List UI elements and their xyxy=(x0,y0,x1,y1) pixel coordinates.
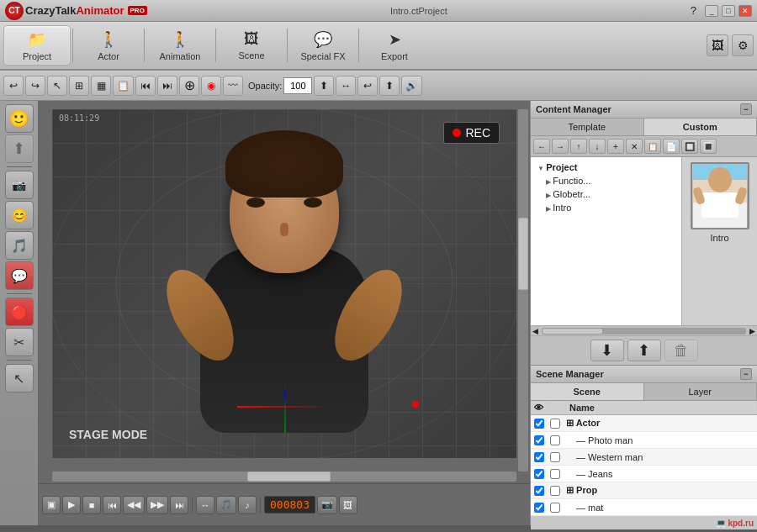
cut-btn[interactable]: ✂ xyxy=(5,328,34,356)
tl-audio-btn[interactable]: ♪ xyxy=(238,496,257,514)
cm-copy-btn[interactable]: 📋 xyxy=(644,139,661,154)
tl-screenshot-btn[interactable]: 🖼 xyxy=(339,496,357,514)
row-visible-check[interactable] xyxy=(531,503,548,513)
undo-button[interactable]: ↩ xyxy=(3,76,24,96)
record-btn[interactable]: 🔴 xyxy=(5,298,34,326)
row-lock-check[interactable] xyxy=(548,419,563,429)
tab-custom[interactable]: Custom xyxy=(644,119,758,135)
record-button[interactable]: ◉ xyxy=(201,76,221,96)
row-visible-check[interactable] xyxy=(531,435,548,445)
tab-scene[interactable]: Scene xyxy=(531,383,644,400)
row-lock-check[interactable] xyxy=(548,452,563,462)
cm-import-btn[interactable]: ⬇ xyxy=(590,340,624,361)
motion-button[interactable]: ⊕ xyxy=(179,76,199,96)
music-btn[interactable]: 🎵 xyxy=(5,231,34,260)
tl-stop-btn[interactable]: ■ xyxy=(82,496,101,514)
cm-down-btn[interactable]: ↓ xyxy=(589,139,606,154)
tl-camera-btn[interactable]: 📷 xyxy=(317,496,337,514)
display-icon[interactable]: ⚙ xyxy=(732,34,754,56)
grid-button[interactable]: ▦ xyxy=(91,76,111,96)
move-up-button[interactable]: ⬆ xyxy=(314,76,334,96)
window-controls: _ □ ✕ xyxy=(705,5,752,17)
tl-loop-btn[interactable]: ↔ xyxy=(196,496,214,514)
row-visible-check[interactable] xyxy=(531,469,548,479)
tab-actor[interactable]: 🚶 Actor xyxy=(75,25,142,66)
tl-prev-btn[interactable]: ◀◀ xyxy=(123,496,145,514)
opacity-input[interactable] xyxy=(283,77,312,94)
preview-image xyxy=(693,164,747,228)
eyelash-button[interactable]: 〰 xyxy=(223,76,243,96)
cm-trash-btn[interactable]: 🗑 xyxy=(664,340,698,361)
row-visible-check[interactable] xyxy=(531,486,548,496)
tree-item-functio[interactable]: Functio... xyxy=(534,174,678,187)
row-lock-check[interactable] xyxy=(548,503,563,513)
h-scrollbar[interactable] xyxy=(52,471,516,482)
cm-paste-btn[interactable]: 📄 xyxy=(663,139,680,154)
reset-button[interactable]: ↩ xyxy=(357,76,378,96)
skip-start-button[interactable]: ⏮ xyxy=(135,76,156,96)
toolbar-right-icons: 🖼 ⚙ xyxy=(707,25,754,66)
tl-skip-start-btn[interactable]: ⏮ xyxy=(103,496,121,514)
content-manager-minimize[interactable]: − xyxy=(740,103,752,115)
cm-scroll-left[interactable]: ◀ xyxy=(531,327,540,335)
cm-scroll-right[interactable]: ▶ xyxy=(748,327,757,335)
cm-forward-btn[interactable]: → xyxy=(552,139,569,154)
actor-btn[interactable]: 🙂 xyxy=(5,104,34,133)
v-scrollbar-thumb[interactable] xyxy=(518,218,528,290)
tl-skip-end-btn[interactable]: ⏭ xyxy=(170,496,188,514)
select-button[interactable]: ↖ xyxy=(47,76,67,96)
close-button[interactable]: ✕ xyxy=(738,5,752,17)
cm-view2-btn[interactable]: 🔳 xyxy=(700,139,717,154)
secondary-toolbar: ↩ ↪ ↖ ⊞ ▦ 📋 ⏮ ⏭ ⊕ ◉ 〰 Opacity: ⬆ ↔ ↩ ⬆ 🔊 xyxy=(0,71,757,101)
tab-scene[interactable]: 🖼 Scene xyxy=(218,25,285,66)
row-visible-check[interactable] xyxy=(531,419,548,429)
tab-special-fx[interactable]: 💬 Special FX xyxy=(289,25,357,66)
chat-btn[interactable]: 💬 xyxy=(5,261,34,290)
control-dot[interactable] xyxy=(412,401,419,408)
tl-play-btn[interactable]: ▶ xyxy=(62,496,81,514)
row-visible-check[interactable] xyxy=(531,452,548,462)
minimize-button[interactable]: _ xyxy=(705,5,718,17)
tl-layout-btn[interactable]: ▣ xyxy=(42,496,61,514)
maximize-button[interactable]: □ xyxy=(722,5,735,17)
v-scrollbar[interactable] xyxy=(518,109,528,471)
settings-icon[interactable]: 🖼 xyxy=(707,34,728,56)
cm-scroll-track[interactable] xyxy=(542,328,746,334)
cm-up-btn[interactable]: ↑ xyxy=(570,139,587,154)
cm-add-btn[interactable]: + xyxy=(607,139,624,154)
tree-item-intro[interactable]: Intro xyxy=(534,201,678,214)
cm-scroll-thumb[interactable] xyxy=(542,328,603,334)
cm-back-btn[interactable]: ← xyxy=(533,139,550,154)
camera-btn[interactable]: 📷 xyxy=(5,171,34,199)
row-lock-check[interactable] xyxy=(548,435,563,445)
arrow-btn[interactable]: ↖ xyxy=(5,364,34,392)
tab-layer[interactable]: Layer xyxy=(644,383,758,400)
row-lock-check[interactable] xyxy=(548,469,563,479)
tab-project[interactable]: 📁 Project xyxy=(3,25,71,66)
transform-button[interactable]: ⊞ xyxy=(69,76,89,96)
redo-button[interactable]: ↪ xyxy=(25,76,45,96)
face-btn[interactable]: 😊 xyxy=(5,201,34,229)
flip-button[interactable]: ⬆ xyxy=(379,76,400,96)
tree-item-globetr[interactable]: Globetr... xyxy=(534,187,678,201)
tl-next-btn[interactable]: ▶▶ xyxy=(146,496,168,514)
scene-icon: 🖼 xyxy=(244,30,259,48)
cm-export-btn[interactable]: ⬆ xyxy=(627,340,661,361)
tl-music-btn[interactable]: 🎵 xyxy=(216,496,236,514)
audio-button[interactable]: 🔊 xyxy=(401,76,422,96)
scene-btn[interactable]: ⬆ xyxy=(5,134,34,163)
copy-button[interactable]: 📋 xyxy=(113,76,134,96)
skip-end-button[interactable]: ⏭ xyxy=(157,76,177,96)
cm-hscroll[interactable]: ◀ ▶ xyxy=(531,325,757,335)
move-horiz-button[interactable]: ↔ xyxy=(336,76,356,96)
tab-template[interactable]: Template xyxy=(531,119,644,135)
cm-delete-btn[interactable]: ✕ xyxy=(626,139,643,154)
tree-item-project[interactable]: Project xyxy=(534,161,678,174)
tab-animation[interactable]: 🚶 Animation xyxy=(146,25,214,66)
scene-manager-minimize[interactable]: − xyxy=(740,368,752,380)
tab-export[interactable]: ➤ Export xyxy=(361,25,428,66)
h-scrollbar-thumb[interactable] xyxy=(247,471,331,482)
row-lock-check[interactable] xyxy=(548,486,563,496)
help-button[interactable]: ? xyxy=(691,4,696,17)
cm-view1-btn[interactable]: 🔲 xyxy=(681,139,698,154)
